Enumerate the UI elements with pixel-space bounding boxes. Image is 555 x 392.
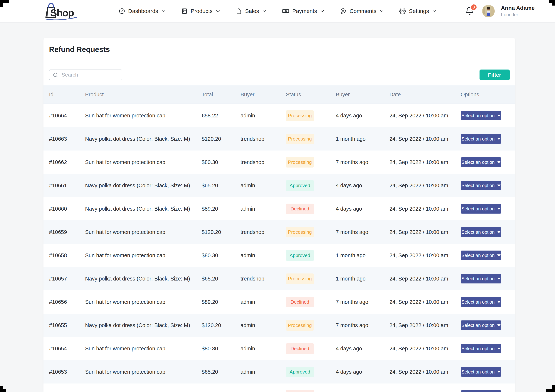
row-options-cell: Select an option View Details Delete	[461, 157, 515, 167]
row-buyer: trendshop	[241, 229, 286, 235]
select-option-label: Select an option	[461, 160, 495, 165]
row-total: $89.20	[202, 206, 241, 212]
status-badge: Approved	[286, 180, 314, 191]
table-row: #10652 Navy polka dot dress (Color: Blac…	[44, 384, 515, 392]
row-product: Navy polka dot dress (Color: Black, Size…	[85, 183, 202, 189]
table-row: #10657 Navy polka dot dress (Color: Blac…	[44, 267, 515, 290]
row-total: $65.20	[202, 276, 241, 282]
table-row: #10653 Sun hat for women protection cap …	[44, 360, 515, 384]
row-total: $89.20	[202, 299, 241, 305]
row-status-cell: Declined	[286, 204, 336, 214]
row-buyer-time: 7 months ago	[336, 299, 389, 305]
column-header-status: Status	[286, 92, 336, 98]
row-id: #10663	[49, 136, 85, 142]
gauge-icon	[119, 8, 125, 14]
column-header-total: Total	[202, 92, 241, 98]
row-buyer-time: 4 days ago	[336, 369, 389, 375]
select-option-button[interactable]: Select an option	[461, 157, 501, 167]
row-status-cell: Processing	[286, 320, 336, 331]
row-buyer: admin	[241, 183, 286, 189]
row-date: 24, Sep 2022 / 10:00 am	[389, 346, 461, 352]
menu-item-products[interactable]: Products	[181, 8, 220, 14]
caret-down-icon	[497, 138, 501, 140]
select-option-button[interactable]: Select an option	[461, 250, 501, 260]
row-status-cell: Processing	[286, 110, 336, 121]
menu-item-sales[interactable]: Sales	[235, 8, 266, 14]
row-date: 24, Sep 2022 / 10:00 am	[389, 252, 461, 258]
row-status-cell: Declined	[286, 390, 336, 392]
row-buyer: trendshop	[241, 159, 286, 165]
row-product: Sun hat for women protection cap	[85, 252, 202, 258]
row-total: $120.20	[202, 229, 241, 235]
row-status-cell: Processing	[286, 134, 336, 144]
row-id: #10653	[49, 369, 85, 375]
caret-down-icon	[497, 278, 501, 280]
menu-label: Sales	[245, 8, 259, 14]
row-total: $65.20	[202, 369, 241, 375]
select-option-button[interactable]: Select an option	[461, 227, 501, 237]
table-body: #10664 Sun hat for women protection cap …	[44, 104, 515, 392]
shopping-bag-icon	[235, 8, 242, 14]
row-product: Sun hat for women protection cap	[85, 229, 202, 235]
table-row: #10656 Sun hat for women protection cap …	[44, 290, 515, 314]
notifications-button[interactable]: 3	[465, 6, 474, 16]
row-buyer: admin	[241, 369, 286, 375]
row-buyer: trendshop	[241, 276, 286, 282]
user-avatar[interactable]	[482, 5, 495, 17]
select-option-button[interactable]: Select an option	[461, 297, 501, 307]
select-option-button[interactable]: Select an option	[461, 204, 501, 214]
select-option-label: Select an option	[461, 136, 495, 142]
row-buyer: admin	[241, 299, 286, 305]
row-date: 24, Sep 2022 / 10:00 am	[389, 206, 461, 212]
row-date: 24, Sep 2022 / 10:00 am	[389, 369, 461, 375]
row-product: Navy polka dot dress (Color: Black, Size…	[85, 206, 202, 212]
row-options-cell: Select an option View Details Delete	[461, 111, 515, 120]
select-option-button[interactable]: Select an option	[461, 321, 501, 330]
menu-item-payments[interactable]: Payments	[282, 8, 324, 14]
menu-item-comments[interactable]: Comments	[340, 8, 384, 14]
user-role: Founder	[501, 12, 535, 17]
row-total: $80.30	[202, 159, 241, 165]
row-options-cell: Select an option View Details Delete	[461, 250, 515, 260]
caret-down-icon	[497, 231, 501, 233]
row-buyer-time: 4 days ago	[336, 206, 389, 212]
row-buyer-time: 1 month ago	[336, 252, 389, 258]
table-header-row: Id Product Total Buyer Status Buyer Date…	[44, 86, 515, 104]
row-status-cell: Declined	[286, 343, 336, 354]
select-option-button[interactable]: Select an option	[461, 367, 501, 377]
chevron-down-icon	[432, 10, 436, 12]
row-options-cell: Select an option View Details Delete	[461, 297, 515, 307]
select-option-button[interactable]: Select an option	[461, 274, 501, 284]
select-option-button[interactable]: Select an option	[461, 344, 501, 353]
shop-bag-logo-icon: Shop	[42, 3, 84, 20]
menu-item-settings[interactable]: Settings	[399, 8, 436, 14]
select-option-button[interactable]: Select an option	[461, 181, 501, 190]
status-badge: Processing	[286, 110, 314, 121]
table-toolbar: Filter	[44, 60, 515, 86]
row-id: #10662	[49, 159, 85, 165]
status-badge: Processing	[286, 273, 314, 284]
row-options-cell: Select an option View Details Delete	[461, 227, 515, 237]
select-option-label: Select an option	[461, 113, 495, 118]
row-product: Navy polka dot dress (Color: Black, Size…	[85, 136, 202, 142]
select-option-label: Select an option	[461, 276, 495, 281]
card-header: Refund Requests	[44, 38, 515, 60]
row-id: #10657	[49, 276, 85, 282]
user-meta[interactable]: Anna Adame Founder	[501, 5, 535, 17]
menu-item-dashboards[interactable]: Dashboards	[119, 8, 166, 14]
row-options-cell: Select an option View Details Delete	[461, 181, 515, 190]
row-id: #10661	[49, 183, 85, 189]
avatar-image	[482, 5, 495, 17]
select-option-button[interactable]: Select an option	[461, 111, 501, 120]
brand-logo[interactable]: Shop	[42, 3, 90, 20]
row-options-cell: Select an option View Details Delete	[461, 344, 515, 353]
select-option-button[interactable]: Select an option	[461, 134, 501, 144]
row-status-cell: Processing	[286, 227, 336, 237]
table-row: #10661 Navy polka dot dress (Color: Blac…	[44, 174, 515, 197]
user-name: Anna Adame	[501, 5, 535, 11]
filter-button[interactable]: Filter	[480, 70, 510, 80]
search-input[interactable]	[49, 70, 122, 80]
select-option-button[interactable]: Select an option	[461, 390, 501, 392]
row-buyer-time: 1 month ago	[336, 136, 389, 142]
corner-mark	[552, 385, 555, 392]
